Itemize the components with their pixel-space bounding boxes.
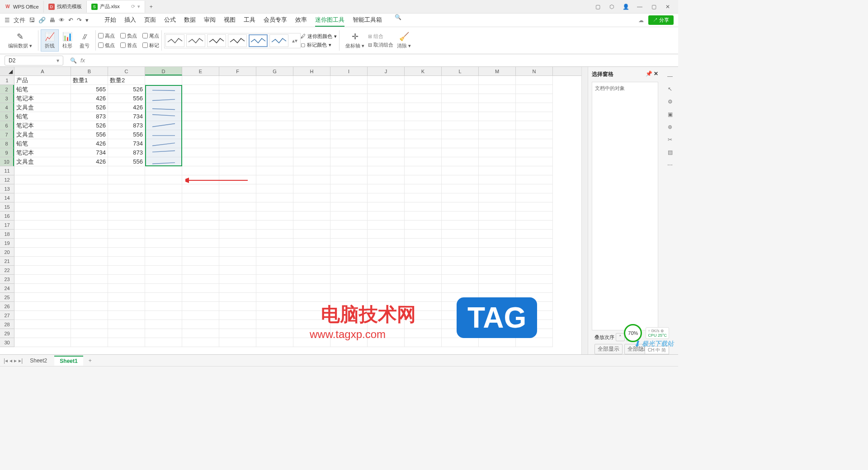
- cell-F24[interactable]: [219, 284, 256, 293]
- cell-K15[interactable]: [405, 202, 442, 212]
- cell-M7[interactable]: [479, 130, 516, 139]
- cell-B24[interactable]: [71, 284, 108, 293]
- cell-F28[interactable]: [219, 320, 256, 329]
- tools-icon[interactable]: ✂: [668, 136, 672, 143]
- tab-wps-office[interactable]: W WPS Office: [0, 1, 44, 13]
- cell-F14[interactable]: [219, 193, 256, 202]
- cell-K12[interactable]: [405, 175, 442, 184]
- cell-J11[interactable]: [368, 166, 405, 175]
- cell-C21[interactable]: [108, 257, 145, 266]
- cell-K22[interactable]: [405, 266, 442, 275]
- cell-N16[interactable]: [516, 212, 553, 221]
- cell-I3[interactable]: [330, 94, 368, 103]
- row-header-2[interactable]: 2: [0, 85, 14, 94]
- cell-D2[interactable]: [145, 85, 182, 94]
- cell-B7[interactable]: 556: [71, 130, 108, 139]
- cell-K21[interactable]: [405, 257, 442, 266]
- row-header-24[interactable]: 24: [0, 284, 14, 293]
- cell-K23[interactable]: [405, 275, 442, 284]
- cell-E23[interactable]: [182, 275, 219, 284]
- cell-G26[interactable]: [256, 302, 293, 311]
- cell-B16[interactable]: [71, 212, 108, 221]
- cell-H11[interactable]: [293, 166, 330, 175]
- preview-icon[interactable]: 👁: [59, 17, 65, 24]
- cell-C11[interactable]: [108, 166, 145, 175]
- cell-J15[interactable]: [368, 202, 405, 212]
- cell-D3[interactable]: [145, 94, 182, 103]
- menu-icon[interactable]: ☰: [5, 17, 10, 24]
- style-1[interactable]: [165, 34, 184, 47]
- cell-L10[interactable]: [442, 157, 479, 166]
- cell-G22[interactable]: [256, 266, 293, 275]
- cell-H7[interactable]: [293, 130, 330, 139]
- cell-G7[interactable]: [256, 130, 293, 139]
- styles-more-icon[interactable]: ▴▾: [290, 34, 299, 47]
- cell-F6[interactable]: [219, 121, 256, 130]
- col-header-B[interactable]: B: [71, 67, 108, 75]
- cell-J21[interactable]: [368, 257, 405, 266]
- avatar-icon[interactable]: 👤: [622, 3, 629, 10]
- cell-A8[interactable]: 铅笔: [14, 139, 71, 148]
- cell-B29[interactable]: [71, 329, 108, 338]
- sheet-tab-sheet2[interactable]: Sheet2: [24, 356, 52, 365]
- cell-J13[interactable]: [368, 184, 405, 193]
- tab-review[interactable]: 审阅: [204, 14, 216, 27]
- cell-B8[interactable]: 426: [71, 139, 108, 148]
- cell-C1[interactable]: 数量2: [108, 76, 145, 85]
- cell-A22[interactable]: [14, 266, 71, 275]
- cell-D16[interactable]: [145, 212, 182, 221]
- cell-H19[interactable]: [293, 239, 330, 248]
- select-all-corner[interactable]: ◢: [0, 67, 14, 75]
- row-header-26[interactable]: 26: [0, 302, 14, 311]
- cell-E3[interactable]: [182, 94, 219, 103]
- cell-I14[interactable]: [330, 193, 368, 202]
- cell-L12[interactable]: [442, 175, 479, 184]
- cell-C16[interactable]: [108, 212, 145, 221]
- cell-F5[interactable]: [219, 112, 256, 121]
- cell-C28[interactable]: [108, 320, 145, 329]
- cell-B10[interactable]: 426: [71, 157, 108, 166]
- cell-K20[interactable]: [405, 248, 442, 257]
- cell-A27[interactable]: [14, 311, 71, 320]
- cell-E22[interactable]: [182, 266, 219, 275]
- cell-L20[interactable]: [442, 248, 479, 257]
- col-header-M[interactable]: M: [479, 67, 516, 75]
- cell-K3[interactable]: [405, 94, 442, 103]
- cell-L22[interactable]: [442, 266, 479, 275]
- row-header-27[interactable]: 27: [0, 311, 14, 320]
- cell-H15[interactable]: [293, 202, 330, 212]
- select-icon[interactable]: ↖: [668, 86, 672, 92]
- cell-I10[interactable]: [330, 157, 368, 166]
- cell-N8[interactable]: [516, 139, 553, 148]
- cell-N6[interactable]: [516, 121, 553, 130]
- cell-B20[interactable]: [71, 248, 108, 257]
- cell-E6[interactable]: [182, 121, 219, 130]
- cb-last[interactable]: 尾点: [142, 33, 159, 39]
- cell-I18[interactable]: [330, 230, 368, 239]
- cell-M5[interactable]: [479, 112, 516, 121]
- cell-A24[interactable]: [14, 284, 71, 293]
- cell-D19[interactable]: [145, 239, 182, 248]
- cell-H14[interactable]: [293, 193, 330, 202]
- cell-G3[interactable]: [256, 94, 293, 103]
- search-icon[interactable]: 🔍: [395, 14, 401, 27]
- cell-C23[interactable]: [108, 275, 145, 284]
- cell-N17[interactable]: [516, 221, 553, 230]
- cell-B12[interactable]: [71, 175, 108, 184]
- cell-J4[interactable]: [368, 103, 405, 112]
- name-box[interactable]: D2 ▾: [5, 56, 63, 66]
- cell-H13[interactable]: [293, 184, 330, 193]
- cell-G29[interactable]: [256, 329, 293, 338]
- cell-F19[interactable]: [219, 239, 256, 248]
- cell-A11[interactable]: [14, 166, 71, 175]
- cell-C18[interactable]: [108, 230, 145, 239]
- cell-E29[interactable]: [182, 329, 219, 338]
- cell-L15[interactable]: [442, 202, 479, 212]
- cell-G23[interactable]: [256, 275, 293, 284]
- cell-F21[interactable]: [219, 257, 256, 266]
- cell-E21[interactable]: [182, 257, 219, 266]
- cell-G12[interactable]: [256, 175, 293, 184]
- cell-J18[interactable]: [368, 230, 405, 239]
- cell-D15[interactable]: [145, 202, 182, 212]
- undo-icon[interactable]: ↶: [68, 17, 73, 24]
